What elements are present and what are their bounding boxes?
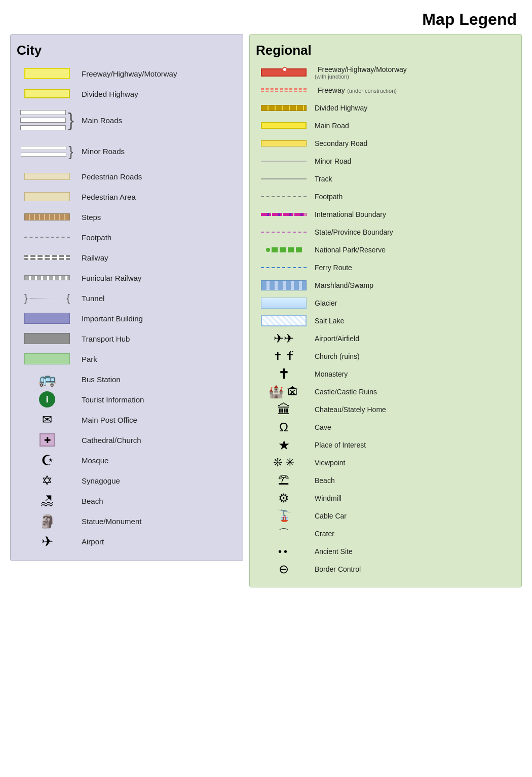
reg-glacier-label: Glacier <box>315 299 337 307</box>
list-item: ✉ Main Post Office <box>17 411 237 429</box>
list-item: 🗿 Statue/Monument <box>17 512 237 530</box>
list-item: Glacier <box>256 295 515 311</box>
important-building-label: Important Building <box>82 314 143 323</box>
reg-monastery-label: Monastery <box>315 370 348 378</box>
reg-monastery-symbol: ✝ <box>278 366 289 382</box>
minor-roads-label: Minor Roads <box>82 147 125 156</box>
reg-beach-symbol: ⛱ <box>278 474 289 487</box>
list-item: Secondary Road <box>256 135 515 152</box>
list-item: Ferry Route <box>256 260 515 276</box>
railway-label: Railway <box>82 253 108 262</box>
reg-freeway-symbol <box>261 68 307 77</box>
list-item: ⚙ Windmill <box>256 490 515 506</box>
list-item: ⛱ Beach <box>256 472 515 489</box>
list-item: Transport Hub <box>17 329 237 348</box>
list-item: International Boundary <box>256 206 515 223</box>
reg-freeway-construction-label: Freeway <box>318 86 345 94</box>
reg-ancient-site-symbol: •• <box>278 546 289 558</box>
reg-divided-label: Divided Highway <box>315 104 367 112</box>
reg-state-boundary-label: State/Province Boundary <box>315 228 393 236</box>
main-roads-label: Main Roads <box>82 116 122 125</box>
reg-main-road-symbol <box>261 122 307 129</box>
post-office-label: Main Post Office <box>82 416 137 424</box>
post-office-symbol: ✉ <box>42 413 52 427</box>
statue-symbol: 🗿 <box>39 513 55 529</box>
reg-freeway-label: Freeway/Highway/Motorway <box>318 65 407 73</box>
list-item: State/Province Boundary <box>256 224 515 240</box>
reg-church-symbol: ✝ ✝̈ <box>273 350 294 363</box>
reg-minor-symbol <box>261 161 307 162</box>
list-item: 🚡 Cable Car <box>256 508 515 524</box>
pedestrian-roads-symbol <box>24 173 70 180</box>
city-panel: City Freeway/Highway/Motorway Divided Hi… <box>10 34 243 561</box>
list-item: •• Ancient Site <box>256 543 515 560</box>
reg-salt-lake-symbol <box>261 315 307 326</box>
reg-intl-boundary-label: International Boundary <box>315 210 386 218</box>
reg-footpath-symbol <box>261 196 307 197</box>
park-symbol <box>24 353 70 364</box>
list-item: i Tourist Information <box>17 390 237 409</box>
reg-freeway-sublabel: (with junction) <box>315 73 407 80</box>
list-item: Footpath <box>17 228 237 246</box>
bus-station-label: Bus Station <box>82 375 121 384</box>
reg-ferry-label: Ferry Route <box>315 264 352 272</box>
list-item: Funicular Railway <box>17 269 237 287</box>
list-item: ✈ Airport <box>17 532 237 550</box>
park-label: Park <box>82 355 97 363</box>
reg-church-label: Church (ruins) <box>315 352 360 360</box>
reg-secondary-label: Secondary Road <box>315 139 367 147</box>
reg-marshland-symbol <box>261 280 307 290</box>
reg-freeway-construction-sublabel: (under construction) <box>347 88 397 94</box>
mosque-symbol: ☪ <box>41 452 54 469</box>
transport-hub-label: Transport Hub <box>82 335 130 343</box>
bus-station-symbol: 🚌 <box>39 372 56 386</box>
divided-highway-symbol <box>24 89 70 98</box>
pedestrian-area-label: Pedestrian Area <box>82 193 136 201</box>
reg-crater-symbol: ⌒ <box>278 526 289 541</box>
list-item: Important Building <box>17 309 237 327</box>
tourist-info-label: Tourist Information <box>82 395 144 404</box>
list-item: ✡ Synagogue <box>17 471 237 490</box>
list-item: National Park/Reserve <box>256 242 515 258</box>
reg-salt-lake-label: Salt Lake <box>315 317 344 325</box>
list-item: 🏛 Chateau/Stately Home <box>256 401 515 418</box>
tourist-info-symbol: i <box>39 391 55 408</box>
reg-airport-symbol: ✈✈ <box>274 331 294 346</box>
reg-intl-boundary-symbol <box>261 213 307 216</box>
reg-glacier-symbol <box>261 298 307 309</box>
pedestrian-roads-label: Pedestrian Roads <box>82 172 142 181</box>
reg-crater-label: Crater <box>315 530 334 538</box>
list-item: 🏖 Beach <box>17 492 237 510</box>
list-item: Freeway/Highway/Motorway <box>17 64 237 83</box>
statue-label: Statue/Monument <box>82 517 141 526</box>
transport-hub-symbol <box>24 333 70 344</box>
list-item: ❊ ✳ Viewpoint <box>256 455 515 471</box>
list-item: ⊖ Border Control <box>256 561 515 577</box>
reg-cave-symbol: Ω <box>279 420 288 434</box>
reg-national-park-symbol <box>266 247 302 252</box>
steps-label: Steps <box>82 213 101 221</box>
reg-marshland-label: Marshland/Swamp <box>315 281 373 289</box>
footpath-symbol <box>24 237 70 238</box>
reg-viewpoint-symbol: ❊ ✳ <box>273 456 294 469</box>
regional-panel: Regional Freeway/Highway/Motorway (with … <box>249 34 522 587</box>
reg-ancient-site-label: Ancient Site <box>315 547 353 556</box>
list-item: Park <box>17 350 237 368</box>
list-item: ✝ ✝̈ Church (ruins) <box>256 348 515 364</box>
airport-symbol: ✈ <box>42 533 53 550</box>
list-item: Divided Highway <box>256 100 515 116</box>
list-item: ✚ Cathedral/Church <box>17 431 237 449</box>
reg-chateau-symbol: 🏛 <box>277 402 290 418</box>
reg-beach-label: Beach <box>315 476 335 485</box>
list-item: } { Tunnel <box>17 289 237 307</box>
steps-symbol <box>24 213 70 220</box>
reg-national-park-label: National Park/Reserve <box>315 246 386 254</box>
tunnel-label: Tunnel <box>82 294 104 303</box>
list-item: Railway <box>17 248 237 267</box>
list-item: ★ Place of Interest <box>256 437 515 453</box>
funicular-symbol <box>24 275 70 280</box>
mosque-label: Mosque <box>82 456 108 465</box>
reg-windmill-label: Windmill <box>315 494 341 502</box>
reg-cable-car-symbol: 🚡 <box>277 509 291 523</box>
reg-castle-label: Castle/Castle Ruins <box>315 388 377 396</box>
